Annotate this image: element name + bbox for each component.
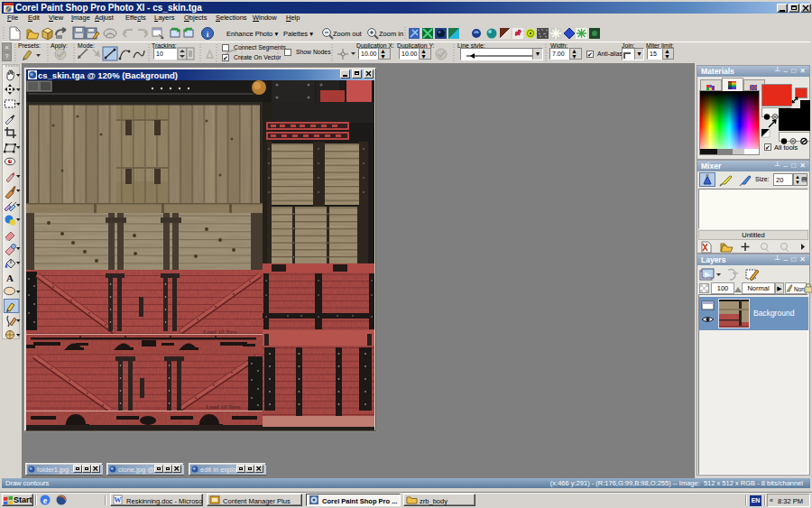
svg-text:Load 10 Tons: Load 10 Tons — [205, 403, 240, 411]
svg-text:A: A — [6, 272, 14, 283]
svg-text:W: W — [115, 496, 122, 504]
svg-text:e: e — [43, 495, 48, 505]
